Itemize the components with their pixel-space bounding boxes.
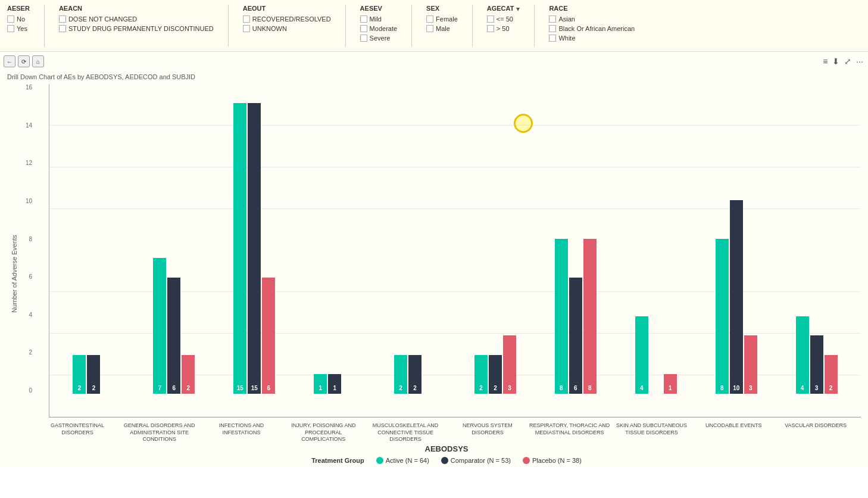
race-asian-checkbox[interactable]: [549, 15, 556, 23]
more-icon[interactable]: ···: [856, 57, 863, 66]
aeacn-discontinued-checkbox[interactable]: [59, 25, 66, 32]
aesev-moderate-label: Moderate: [370, 25, 397, 32]
legend-prefix: Treatment Group: [311, 457, 364, 464]
bar-comparator-6[interactable]: 6: [569, 278, 582, 394]
bar-active-7[interactable]: 4: [635, 316, 648, 394]
bar-value-placebo-8: 3: [744, 385, 757, 391]
bar-group-1[interactable]: 762: [135, 258, 214, 394]
bar-group-9[interactable]: 432: [777, 316, 856, 394]
bar-value-active-8: 8: [716, 385, 729, 391]
x-label-9: VASCULAR DISORDERS: [775, 422, 856, 443]
bar-group-7[interactable]: 41: [616, 316, 695, 394]
bar-comparator-8[interactable]: 10: [730, 200, 743, 394]
bar-active-9[interactable]: 4: [796, 316, 809, 394]
bar-active-0[interactable]: 2: [73, 355, 86, 394]
bar-value-active-3: 1: [314, 385, 327, 391]
aeser-yes-checkbox[interactable]: [7, 25, 14, 32]
race-black-checkbox[interactable]: [549, 25, 556, 32]
aeser-yes[interactable]: Yes: [7, 25, 30, 32]
aeacn-discontinued[interactable]: STUDY DRUG PERMANENTLY DISCONTINUED: [59, 25, 214, 32]
sex-male[interactable]: Male: [426, 25, 458, 32]
aeser-no[interactable]: No: [7, 15, 30, 23]
bar-placebo-2[interactable]: 6: [262, 278, 275, 394]
bar-placebo-8[interactable]: 3: [744, 335, 757, 394]
filter-race: RACE Asian Black Or African American Whi…: [549, 5, 635, 42]
race-black[interactable]: Black Or African American: [549, 25, 635, 32]
aesev-mild[interactable]: Mild: [360, 15, 397, 23]
bar-group-2[interactable]: 15156: [215, 103, 294, 394]
bar-placebo-5[interactable]: 3: [503, 335, 516, 394]
bar-active-1[interactable]: 7: [153, 258, 166, 394]
bar-value-comparator-0: 2: [87, 385, 100, 391]
aeser-no-checkbox[interactable]: [7, 15, 14, 23]
bar-comparator-0[interactable]: 2: [87, 355, 100, 394]
bar-comparator-3[interactable]: 1: [328, 374, 341, 394]
y-tick-2: 2: [18, 349, 32, 356]
bar-placebo-1[interactable]: 2: [182, 355, 195, 394]
bar-group-6[interactable]: 868: [536, 239, 615, 394]
bar-comparator-9[interactable]: 3: [810, 335, 823, 394]
bar-group-3[interactable]: 11: [295, 374, 374, 394]
bar-placebo-7[interactable]: 1: [664, 374, 677, 394]
aeacn-dose[interactable]: DOSE NOT CHANGED: [59, 15, 214, 23]
aeacn-dose-checkbox[interactable]: [59, 15, 66, 23]
bar-value-comparator-5: 2: [489, 385, 502, 391]
bar-group-8[interactable]: 8103: [697, 200, 776, 394]
bar-group-5[interactable]: 223: [456, 335, 535, 394]
aeout-recovered-checkbox[interactable]: [243, 15, 250, 23]
race-white-checkbox[interactable]: [549, 35, 556, 42]
agecat-le50-checkbox[interactable]: [487, 15, 494, 23]
race-white-label: White: [558, 35, 575, 42]
home-button[interactable]: ⌂: [32, 55, 44, 67]
plot-area: 22762151561122223868418103432: [49, 84, 861, 418]
aesev-severe-checkbox[interactable]: [360, 35, 367, 42]
bar-group-4[interactable]: 22: [376, 355, 455, 394]
x-label-4: MUSCULOSKELETAL AND CONNECTIVE TISSUE DI…: [365, 422, 446, 443]
download-icon[interactable]: ⬇: [832, 57, 839, 66]
x-label-2: INFECTIONS AND INFESTATIONS: [201, 422, 282, 443]
bar-comparator-4[interactable]: 2: [408, 355, 421, 394]
aesev-moderate-checkbox[interactable]: [360, 25, 367, 32]
race-asian[interactable]: Asian: [549, 15, 635, 23]
bar-value-comparator-2: 15: [248, 385, 261, 391]
race-white[interactable]: White: [549, 35, 635, 42]
aeout-unknown[interactable]: UNKNOWN: [243, 25, 331, 32]
y-tick-0: 0: [18, 387, 32, 394]
bar-active-4[interactable]: 2: [394, 355, 407, 394]
bar-placebo-6[interactable]: 8: [583, 239, 597, 394]
bar-active-8[interactable]: 8: [716, 239, 729, 394]
aesev-moderate[interactable]: Moderate: [360, 25, 397, 32]
bar-active-2[interactable]: 15: [233, 103, 246, 394]
bar-value-active-1: 7: [153, 385, 166, 391]
sex-female-label: Female: [436, 15, 458, 23]
agecat-gt50[interactable]: > 50: [487, 25, 520, 32]
sex-female[interactable]: Female: [426, 15, 458, 23]
bar-active-5[interactable]: 2: [474, 355, 488, 394]
aeout-unknown-checkbox[interactable]: [243, 25, 250, 32]
aesev-severe[interactable]: Severe: [360, 35, 397, 42]
aeacn-label: AEACN: [59, 5, 214, 12]
agecat-gt50-checkbox[interactable]: [487, 25, 494, 32]
bar-comparator-2[interactable]: 15: [248, 103, 261, 394]
x-label-0: GASTROINTESTINAL DISORDERS: [37, 422, 118, 443]
agecat-le50[interactable]: <= 50: [487, 15, 520, 23]
bar-active-6[interactable]: 8: [555, 239, 568, 394]
bar-active-3[interactable]: 1: [314, 374, 327, 394]
bar-group-0[interactable]: 22: [54, 355, 133, 394]
bar-comparator-1[interactable]: 6: [167, 278, 180, 394]
sex-female-checkbox[interactable]: [426, 15, 433, 23]
back-button[interactable]: ←: [4, 55, 15, 67]
aesev-mild-checkbox[interactable]: [360, 15, 367, 23]
agecat-arrow-icon[interactable]: ▾: [516, 5, 520, 13]
aeout-recovered[interactable]: RECOVERED/RESOLVED: [243, 15, 331, 23]
bar-placebo-9[interactable]: 2: [825, 355, 838, 394]
bar-value-placebo-6: 8: [583, 385, 597, 391]
bars-wrapper: 22762151561122223868418103432: [49, 84, 861, 394]
legend-placebo: Placebo (N = 38): [523, 457, 582, 464]
bar-comparator-5[interactable]: 2: [489, 355, 502, 394]
expand-icon[interactable]: ⤢: [844, 57, 851, 66]
y-tick-16: 16: [18, 84, 32, 91]
lines-icon[interactable]: ≡: [823, 57, 828, 66]
sex-male-checkbox[interactable]: [426, 25, 433, 32]
forward-button[interactable]: ⟳: [18, 55, 30, 67]
